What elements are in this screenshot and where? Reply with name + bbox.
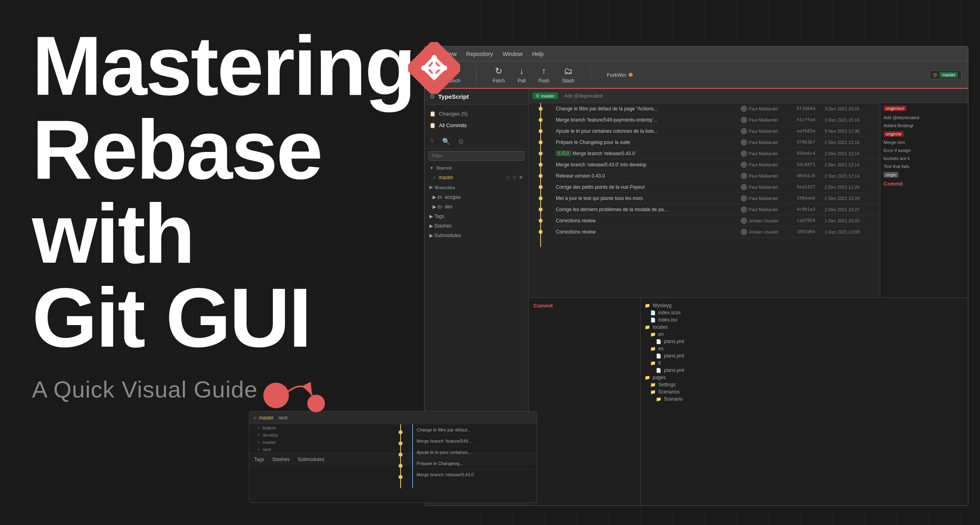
push-label: Push	[538, 78, 549, 84]
overlay-commit-3[interactable]: Ajoute le tri pour certaines...	[417, 447, 537, 458]
file-item-wysiwyg: 📁 Wysiwyg	[645, 302, 964, 309]
folder-icon-scenarios: 📁	[650, 389, 656, 395]
commit-row-2[interactable]: Ajoute le tri pour certaines colonnes de…	[553, 126, 880, 137]
branch-icon[interactable]: ⑂	[430, 138, 434, 145]
file-label-scenario: Scenario	[664, 396, 683, 402]
push-icon: ↑	[542, 66, 546, 76]
sidebar-branch-master[interactable]: ✓ master ☆ ▽ 👁	[425, 173, 528, 182]
file-label-plans-en: plans.yml	[664, 339, 684, 344]
stash-button[interactable]: 🗂 Stash	[562, 66, 575, 84]
commit-section-title: Commit	[533, 303, 635, 309]
filter-input[interactable]	[429, 151, 524, 161]
file-label-plans-es: plans.yml	[664, 353, 684, 359]
overlay-submodules-label[interactable]: Submodules	[298, 457, 325, 462]
author-name-5: Paul Maillardet	[749, 162, 778, 167]
develop-branch-label: develop	[263, 433, 278, 437]
sidebar-branch-dev[interactable]: ▶ 🗁 dev	[425, 202, 528, 212]
right-panel-merge: Merge rem	[880, 138, 968, 146]
commit-row-1[interactable]: Merge branch 'feature/549-payments-order…	[553, 114, 880, 126]
overlay-commit-1[interactable]: Change le filtre par défaut...	[417, 424, 537, 435]
folder-icon-es: 📁	[650, 346, 656, 351]
commit-row-10[interactable]: Corrections review Jordan Usoulet cad705…	[553, 215, 880, 226]
fetch-button[interactable]: ↻ Fetch	[493, 66, 505, 84]
overlay-commit-2[interactable]: Merge branch 'feature/549...	[417, 435, 537, 447]
right-panel: ⊙ master Add @deprecated	[529, 89, 968, 505]
title-line3: Git GUI	[32, 271, 310, 365]
branch-indicator-dot	[629, 73, 633, 77]
commit-row-8[interactable]: Met à jour le test qui plante tous les m…	[553, 193, 880, 204]
file-label-tsx: index.tsx	[658, 317, 677, 323]
commit-hash-7: 5ea1327	[797, 184, 825, 190]
changes-icon: 📋	[429, 111, 436, 117]
menu-help[interactable]: Help	[532, 51, 544, 57]
commit-list: Change le filtre par défaut de la page "…	[529, 103, 880, 297]
sidebar-branch-aozgaa[interactable]: ▶ 🗁 aozgaa	[425, 192, 528, 202]
commit-msg-4: Merge branch 'release/0.43.0'	[573, 151, 741, 156]
overlay-tags-label[interactable]: Tags	[254, 457, 264, 462]
starred-section-label: ▼ Starred	[425, 163, 528, 173]
avatar-3	[741, 139, 747, 146]
stashes-label: Stashes	[434, 223, 451, 229]
commit-row-3[interactable]: Prépare le Changelog pour la suite Paul …	[553, 137, 880, 148]
push-button[interactable]: ↑ Push	[538, 66, 549, 84]
commit-author-4: Paul Maillardet	[741, 150, 797, 157]
menu-window[interactable]: Window	[503, 51, 523, 57]
commit-author-0: Paul Maillardet	[741, 106, 797, 112]
sidebar-tags[interactable]: ▶ Tags	[425, 212, 528, 221]
fetch-label: Fetch	[493, 78, 505, 84]
author-name-10: Jordan Usoulet	[749, 218, 778, 223]
file-label-scenarios: Scenarios	[658, 389, 679, 395]
overlay-stashes-label[interactable]: Stashes	[272, 457, 289, 462]
folder-icon-en: 📁	[650, 332, 656, 337]
sidebar-stashes[interactable]: ▶ Stashes	[425, 221, 528, 231]
origin-re-pill: origin/re	[884, 131, 904, 137]
sidebar-label-commits: All Commits	[439, 122, 467, 128]
menu-repository[interactable]: Repository	[466, 51, 493, 57]
commit-row-9[interactable]: Corrige les derniers problèmes de la mod…	[553, 204, 880, 215]
commit-row-7[interactable]: Corrige des petits points de la vue Paye…	[553, 182, 880, 193]
sidebar-item-changes[interactable]: 📋 Changes (5)	[425, 108, 528, 120]
avatar-9	[741, 206, 747, 213]
commit-msg-0: Change le filtre par défaut de la page "…	[556, 106, 741, 112]
commit-author-7: Paul Maillardet	[741, 184, 797, 190]
git-logo	[408, 42, 460, 94]
file-label-scss: index.scss	[658, 310, 681, 315]
commit-row-0[interactable]: Change le filtre par défaut de la page "…	[553, 103, 880, 114]
commit-row-11[interactable]: Corrections review Jordan Usoulet 1055d6…	[553, 226, 880, 238]
fetch-icon: ↻	[495, 66, 502, 76]
author-name-9: Paul Maillardet	[749, 207, 778, 212]
branch-selector[interactable]: ⊙ master	[930, 70, 962, 79]
submodules-label: Submodules	[434, 233, 461, 238]
branch-dev-label: dev	[445, 204, 452, 210]
folder-icon-settings: 📁	[650, 382, 656, 387]
file-item-scss: 📄 index.scss	[645, 309, 964, 316]
commit-date-5: 2 Dec 2021 12:14	[825, 162, 877, 167]
sidebar-submodules[interactable]: ▶ Submodules	[425, 231, 528, 240]
commit-row-6[interactable]: Release version 0.43.0 Paul Maillardet d…	[553, 170, 880, 182]
file-label-en: en	[658, 331, 663, 337]
sidebar-item-all-commits[interactable]: 📋 All Commits	[425, 120, 528, 131]
filter-section	[425, 149, 528, 163]
overlay-next-item[interactable]: next	[279, 415, 288, 421]
overlay-commit-5[interactable]: Merge branch 'release/0.43.0'	[417, 469, 537, 480]
commit-row-5[interactable]: Merge branch 'release/0.43.0' into devel…	[553, 159, 880, 170]
avatar-8	[741, 195, 747, 202]
avatar-5	[741, 162, 747, 168]
toolbar: ⚡ Quick Launch ↻ Fetch ↓ Pull ↑ Push 🗂 S…	[425, 62, 968, 89]
commit-date-11: 1 Dec 2021 13:08	[825, 230, 877, 234]
hero-text-section: Mastering Rebase with Git GUI A Quick Vi…	[32, 24, 412, 403]
commit-hash-3: 97863b7	[797, 140, 825, 145]
github-link-icon[interactable]: ⊙	[458, 138, 463, 145]
overlay-master-item[interactable]: ✓ master	[253, 415, 274, 421]
search-icon[interactable]: 🔍	[442, 138, 450, 145]
svg-point-22	[399, 430, 403, 434]
file-icon-plans-es: 📄	[656, 353, 661, 359]
file-label-fr: fr	[658, 360, 661, 366]
overlay-commit-4[interactable]: Prépare le Changelog...	[417, 458, 537, 469]
right-panel-buckets: buckets are k	[880, 154, 968, 162]
commit-row-4[interactable]: 0.43.0 Merge branch 'release/0.43.0' Pau…	[553, 148, 880, 159]
pull-button[interactable]: ↓ Pull	[517, 66, 525, 84]
github-icon: ⊙	[933, 72, 937, 78]
branches-label: Branches	[435, 185, 455, 190]
commit-msg-1: Merge branch 'feature/549-payments-order…	[556, 117, 741, 123]
